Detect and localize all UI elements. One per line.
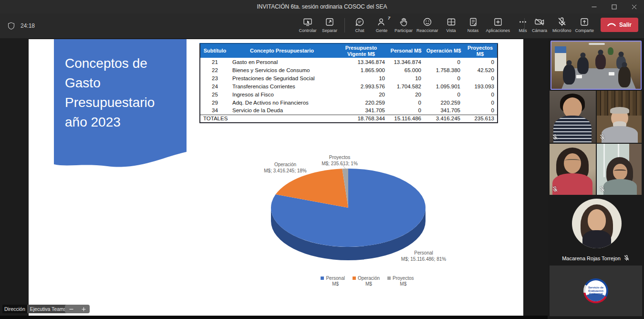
maximize-icon [612,4,617,10]
window-frame [603,144,605,177]
table-row: 23 Prestaciones de Seguridad Social 10 1… [200,74,498,82]
participant-video[interactable] [550,91,596,143]
popout-button[interactable]: Separar [320,15,340,35]
people-button[interactable]: 7 Gente [372,15,392,35]
table-row: 24 Transferencias Corrientes 2.993.576 1… [200,82,498,90]
toolbar-right-group: Cámara Micrófono Comparte Salir [521,15,638,35]
window-titlebar: INVITACIÓN 6ta. sesión ordinaria COSOC d… [0,0,644,13]
apps-icon [493,17,503,27]
room-light [589,43,605,45]
zoom-in-icon [82,307,86,311]
raise-hand-button[interactable]: Participar [394,15,414,35]
participant-logo-tile[interactable]: Servicio de Evaluación Ambiental [550,266,642,316]
people-icon [377,17,386,27]
participant-avatar-tile[interactable]: Macarena Rojas Torrejon [550,196,642,265]
zoom-in-button[interactable] [77,305,90,313]
legend-item-personal: PersonalM$ [321,276,344,287]
microphone-button[interactable]: Micrófono [551,15,572,35]
person-hair [610,107,629,114]
table-row: 34 Servicio de la Deuda 341.705 0 341.70… [200,106,498,115]
avatar [572,199,622,248]
legend-swatch [353,276,356,280]
person-glasses [614,170,626,173]
shared-screen-stage: Conceptos de Gasto Presupuestario año 20… [0,38,548,319]
toolbar-center-group: Controlar Separar Chat 7 Gente Particip [298,15,533,35]
person-body [553,116,592,143]
table-row: 22 Bienes y Servicios de Consumo 1.865.9… [200,66,498,74]
table-row: 25 Ingresos al Fisco 20 20 0 0 [200,90,498,98]
apps-button[interactable]: Aplicaciones [485,15,511,35]
participant-name-row: Macarena Rojas Torrejon [550,255,642,261]
meeting-toolbar: 24:18 Controlar Separar Chat 7 Gent [0,13,644,38]
toolbar-divider [524,18,525,32]
table-row: 21 Gasto en Personal 13.346.874 13.346.8… [200,58,498,66]
mic-off-icon [557,17,567,27]
mic-muted-icon [599,186,605,192]
presenter-label: Dirección Ejecutiva Teams [2,305,69,313]
slide-title: Conceptos de Gasto Presupuestario año 20… [65,53,184,132]
avatar-body [582,230,611,248]
chat-button[interactable]: Chat [350,15,370,35]
legend-swatch [387,276,391,280]
avatar-face [588,209,606,231]
participant-video[interactable] [597,144,642,195]
pie-label-proyectos: Proyectos M$; 235.613; 1% [301,154,378,167]
person-silhouette [595,54,606,69]
sea-logo: Servicio de Evaluación Ambiental [583,278,608,303]
table-header-row: Subtítulo Concepto Presupuestario Presup… [200,43,498,58]
person-body [602,126,638,143]
raise-hand-icon [399,17,408,27]
shield-icon [8,22,15,30]
react-icon [423,17,432,27]
stage-bottom-strip [0,316,548,319]
minimize-button[interactable] [584,0,604,13]
control-button[interactable]: Controlar [298,15,318,35]
legend-swatch [321,276,324,280]
participant-video-meeting-room[interactable] [551,41,642,90]
mic-muted-icon [552,134,558,140]
toolbar-divider [344,18,345,32]
person-body [603,179,637,195]
person-glasses [565,159,580,163]
close-button[interactable] [624,0,644,13]
notes-icon [468,17,478,27]
participant-video[interactable] [550,144,596,195]
legend-item-proyectos: ProyectosM$ [387,276,414,287]
mic-muted-icon [623,255,630,261]
chart-legend: PersonalM$ OperaciónM$ ProyectosM$ [301,276,434,287]
view-icon [447,17,456,27]
window-title: INVITACIÓN 6ta. sesión ordinaria COSOC d… [257,3,387,10]
table-row: 29 Adq. De Activos no Financieros 220.25… [200,98,498,106]
zoom-out-button[interactable] [65,305,77,313]
chat-icon [355,17,364,27]
paper [576,75,582,78]
window-controls [584,0,644,13]
camera-button[interactable]: Cámara [530,15,550,35]
leave-button[interactable]: Salir [601,18,638,32]
person-body [552,173,592,195]
mic-muted-icon [552,186,558,192]
paper [609,72,614,75]
react-button[interactable]: Reaccionar [415,15,439,35]
budget-table: Subtítulo Concepto Presupuestario Presup… [199,43,498,123]
participant-name: Macarena Rojas Torrejon [562,255,621,261]
notes-button[interactable]: Notas [463,15,483,35]
person-silhouette [577,57,589,74]
meeting-timer: 24:18 [21,22,35,29]
sea-logo-text: Servicio de Evaluación Ambiental [586,286,605,296]
view-button[interactable]: Vista [441,15,461,35]
participant-video[interactable] [597,91,642,143]
person-silhouette [563,64,575,85]
close-icon [632,4,637,10]
share-button[interactable]: Comparte [574,15,595,35]
person-silhouette [618,66,631,87]
leave-call-icon [607,22,616,27]
zoom-out-icon [69,307,73,311]
person-head [564,153,581,173]
maximize-button[interactable] [604,0,624,13]
room-plant [608,47,613,55]
pie-label-personal: Personal M$; 15.116.486; 81% [385,250,462,262]
participant-count: 7 [388,16,390,21]
camera-off-icon [534,17,545,27]
control-icon [303,17,312,27]
